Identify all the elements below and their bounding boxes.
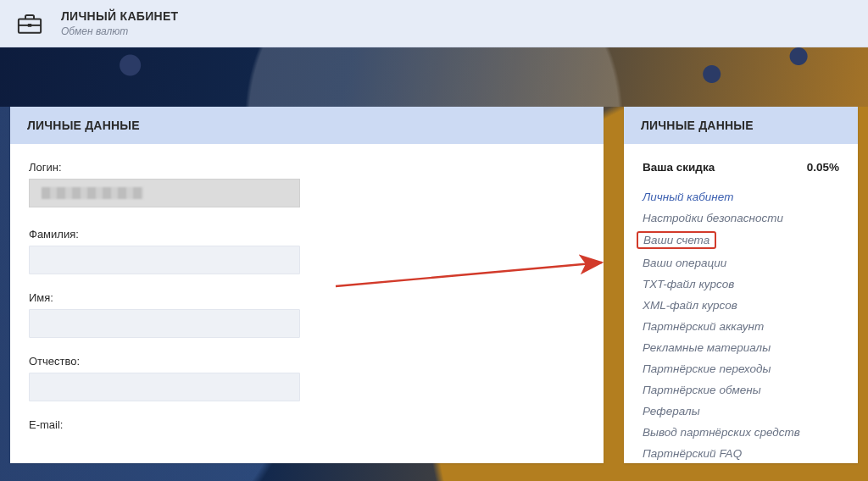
sidebar-item: Партнёрские обмены [643,379,839,400]
sidebar-item: Партнёрский аккаунт [643,315,839,336]
sidebar-link-10[interactable]: Рефералы [643,405,700,417]
sidebar-item: Ваши счета [643,228,839,252]
sidebar-item: Вывод партнёрских средств [643,421,839,442]
sidebar-item: XML-файл курсов [643,294,839,315]
login-input[interactable] [29,179,300,207]
login-label: Логин: [29,161,585,174]
sidebar-nav: Личный кабинетНастройки безопасностиВаши… [643,185,839,463]
sidebar-link-12[interactable]: Партнёрский FAQ [643,447,742,460]
email-label: E-mail: [29,418,585,431]
sidebar-item: Ваши операции [643,252,839,273]
personal-data-card: ЛИЧНЫЕ ДАННЫЕ Логин: Фамилия: Имя: Отчес… [10,107,604,463]
sidebar-heading: ЛИЧНЫЕ ДАННЫЕ [624,107,858,144]
svg-rect-1 [28,24,32,27]
sidebar-link-7[interactable]: Рекламные материалы [643,341,771,354]
middlename-label: Отчество: [29,355,585,368]
sidebar-link-5[interactable]: XML-файл курсов [643,299,737,312]
top-bar: ЛИЧНЫЙ КАБИНЕТ Обмен валют [0,0,868,47]
lastname-label: Фамилия: [29,228,585,240]
discount-label: Ваша скидка [643,161,715,174]
discount-value: 0.05% [807,161,839,174]
firstname-input[interactable] [29,309,300,338]
middlename-input[interactable] [29,373,300,401]
hero-banner [0,47,868,107]
sidebar-link-11[interactable]: Вывод партнёрских средств [643,426,800,439]
sidebar-link-9[interactable]: Партнёрские обмены [643,384,761,396]
sidebar-item: Настройки безопасности [643,207,839,228]
sidebar-link-0[interactable]: Личный кабинет [643,191,733,203]
sidebar-link-4[interactable]: TXT-файл курсов [643,278,734,290]
lastname-input[interactable] [29,246,300,274]
page-subtitle: Обмен валют [61,25,178,37]
sidebar-link-1[interactable]: Настройки безопасности [643,212,783,224]
firstname-label: Имя: [29,291,585,304]
sidebar-item: Партнёрский FAQ [643,442,839,463]
sidebar-card: ЛИЧНЫЕ ДАННЫЕ Ваша скидка 0.05% Личный к… [624,107,858,463]
sidebar-item: TXT-файл курсов [643,273,839,294]
card-heading: ЛИЧНЫЕ ДАННЫЕ [10,107,604,144]
page-title: ЛИЧНЫЙ КАБИНЕТ [61,9,178,24]
sidebar-item: Личный кабинет [643,185,839,207]
sidebar-item: Рекламные материалы [643,336,839,357]
content-area: ЛИЧНЫЕ ДАННЫЕ Логин: Фамилия: Имя: Отчес… [0,107,868,481]
briefcase-icon [15,11,44,36]
sidebar-link-2[interactable]: Ваши счета [637,231,716,249]
sidebar-link-3[interactable]: Ваши операции [643,257,726,269]
sidebar-item: Партнёрские переходы [643,357,839,379]
sidebar-link-6[interactable]: Партнёрский аккаунт [643,320,764,333]
sidebar-link-8[interactable]: Партнёрские переходы [643,362,771,375]
sidebar-item: Рефералы [643,400,839,421]
